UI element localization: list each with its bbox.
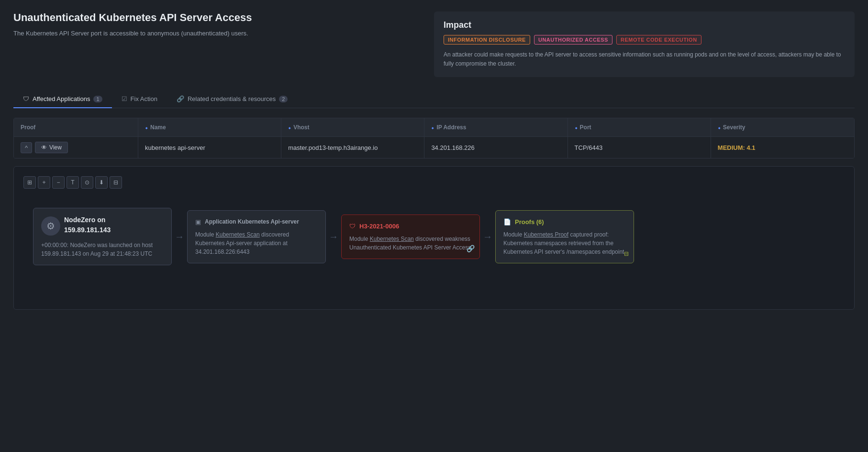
th-proof: Proof xyxy=(14,118,138,136)
impact-badges: INFORMATION DISCLOSURE UNAUTHORIZED ACCE… xyxy=(444,35,845,45)
th-port: ⬥ Port xyxy=(568,118,711,136)
diagram-zoom-in-button[interactable]: + xyxy=(38,176,50,189)
affected-applications-table: Proof ⬥ Name ⬥ Vhost ⬥ IP Address ⬥ Port… xyxy=(13,118,855,158)
diagram-nodes: ⚙ NodeZero on159.89.181.143 +00:00:00: N… xyxy=(23,198,845,270)
td-proof: ^ 👁 View xyxy=(14,137,138,158)
th-name: ⬥ Name xyxy=(138,118,281,136)
badge-rce: REMOTE CODE EXECUTION xyxy=(616,35,701,45)
vhost-value: master.pod13-temp.h3airange.io xyxy=(288,144,378,151)
sort-icon-severity: ⬥ xyxy=(718,125,721,130)
port-value: TCP/6443 xyxy=(575,144,603,151)
proof-header-label: Proofs (6) xyxy=(515,217,544,227)
badge-unauthorized: UNAUTHORIZED ACCESS xyxy=(534,35,612,45)
td-port: TCP/6443 xyxy=(568,137,711,158)
table-header: Proof ⬥ Name ⬥ Vhost ⬥ IP Address ⬥ Port… xyxy=(14,118,854,137)
node-proof: 📄 Proofs (6) Module Kubernetes Proof cap… xyxy=(495,210,634,264)
app-name: kubernetes api-server xyxy=(145,144,205,151)
sort-icon-port: ⬥ xyxy=(575,125,578,130)
nodezero-header: ⚙ NodeZero on159.89.181.143 xyxy=(41,215,164,237)
vuln-content: Module Kubernetes Scan discovered weakne… xyxy=(349,235,472,252)
severity-value: MEDIUM: 4.1 xyxy=(718,144,756,151)
tab-related-count: 2 xyxy=(279,96,288,102)
nodezero-content: +00:00:00: NodeZero was launched on host… xyxy=(41,241,164,258)
impact-title: Impact xyxy=(444,20,845,30)
arrow-1: → xyxy=(172,231,187,242)
vuln-module-link: Kubernetes Scan xyxy=(370,236,414,242)
app-icon: ▣ xyxy=(195,217,201,227)
diagram-download-button[interactable]: ⬇ xyxy=(95,176,108,189)
diagram-text-button[interactable]: T xyxy=(67,176,79,189)
node-nodezero: ⚙ NodeZero on159.89.181.143 +00:00:00: N… xyxy=(33,208,172,265)
ip-value: 34.201.168.226 xyxy=(431,144,474,151)
tab-affected-applications[interactable]: 🛡 Affected Applications 1 xyxy=(13,90,112,108)
link-icon: 🔗 xyxy=(177,95,184,102)
table-row: ^ 👁 View kubernetes api-server master.po… xyxy=(14,137,854,158)
expand-button[interactable]: ^ xyxy=(21,142,32,153)
app-header: ▣ Application Kubernetes Api-server xyxy=(195,217,318,227)
app-content: Module Kubernetes Scan discovered Kubern… xyxy=(195,230,318,256)
td-vhost: master.pod13-temp.h3airange.io xyxy=(281,137,424,158)
app-header-label: Application Kubernetes Api-server xyxy=(205,217,299,226)
page-title: Unauthenticated Kubernetes API Server Ac… xyxy=(13,11,415,24)
diagram-zoom-out-button[interactable]: − xyxy=(52,176,65,189)
proof-header: 📄 Proofs (6) xyxy=(503,217,626,227)
nodezero-avatar-icon: ⚙ xyxy=(46,219,55,233)
td-ip-address: 34.201.168.226 xyxy=(424,137,568,158)
diagram-fit-button[interactable]: ⊞ xyxy=(23,176,36,189)
th-ip-address: ⬥ IP Address xyxy=(424,118,568,136)
impact-description: An attacker could make requests to the A… xyxy=(444,50,845,68)
arrow-3: → xyxy=(480,231,495,242)
vuln-header: 🛡 H3-2021-0006 xyxy=(349,222,472,231)
app-module-link: Kubernetes Scan xyxy=(216,231,260,238)
th-severity: ⬥ Severity xyxy=(711,118,854,136)
proof-icon: 📄 xyxy=(503,217,511,227)
tab-fix-action[interactable]: ☑ Fix Action xyxy=(112,90,167,108)
vuln-link-icon: 🔗 xyxy=(467,244,475,254)
diagram-toolbar: ⊞ + − T ⊙ ⬇ ⊟ xyxy=(23,176,845,189)
diagram-collapse-button[interactable]: ⊟ xyxy=(110,176,122,189)
tab-fixaction-label: Fix Action xyxy=(131,95,157,102)
tabs-bar: 🛡 Affected Applications 1 ☑ Fix Action 🔗… xyxy=(13,90,855,108)
tab-related-label: Related credentials & resources xyxy=(188,95,276,102)
node-app: ▣ Application Kubernetes Api-server Modu… xyxy=(187,210,326,264)
nodezero-title: NodeZero on159.89.181.143 xyxy=(64,215,111,235)
proof-module-link: Kubernetes Proof xyxy=(524,231,568,238)
proof-content: Module Kubernetes Proof captured proof: … xyxy=(503,230,626,256)
view-button[interactable]: 👁 View xyxy=(35,142,68,153)
sort-icon-vhost: ⬥ xyxy=(288,125,291,130)
diagram-circle-button[interactable]: ⊙ xyxy=(81,176,93,189)
eye-icon: 👁 xyxy=(41,144,47,151)
proof-diagram: ⊞ + − T ⊙ ⬇ ⊟ ⚙ NodeZero on159.89.181.14… xyxy=(13,166,855,310)
checkbox-icon: ☑ xyxy=(122,95,127,102)
arrow-2: → xyxy=(326,231,341,242)
tab-affected-label: Affected Applications xyxy=(33,95,90,102)
vuln-header-label: H3-2021-0006 xyxy=(359,222,399,231)
td-name: kubernetes api-server xyxy=(138,137,281,158)
impact-panel: Impact INFORMATION DISCLOSURE UNAUTHORIZ… xyxy=(434,11,855,77)
view-label: View xyxy=(49,144,62,151)
td-severity: MEDIUM: 4.1 xyxy=(711,137,854,158)
vuln-icon: 🛡 xyxy=(349,222,356,231)
sort-icon-name: ⬥ xyxy=(145,125,148,130)
proof-ext-icon: ⊟ xyxy=(624,249,629,258)
badge-info-disclosure: INFORMATION DISCLOSURE xyxy=(444,35,530,45)
node-vulnerability: 🛡 H3-2021-0006 Module Kubernetes Scan di… xyxy=(341,215,480,260)
tab-affected-count: 1 xyxy=(93,96,102,102)
th-vhost: ⬥ Vhost xyxy=(281,118,424,136)
nodezero-avatar: ⚙ xyxy=(41,216,60,236)
shield-icon: 🛡 xyxy=(23,95,29,102)
tab-related-credentials[interactable]: 🔗 Related credentials & resources 2 xyxy=(167,90,297,108)
page-subtitle: The Kubernetes API Server port is access… xyxy=(13,29,415,38)
sort-icon-ip: ⬥ xyxy=(431,125,434,130)
